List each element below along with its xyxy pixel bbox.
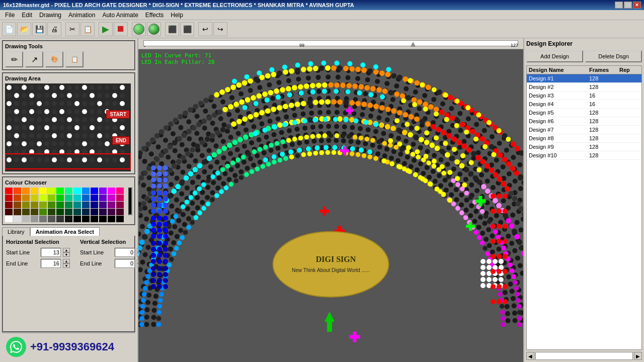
colour-cell[interactable] (48, 188, 55, 194)
colour-cell[interactable] (31, 216, 38, 222)
design-row[interactable]: Design #5 128 (527, 109, 641, 117)
design-row[interactable]: Design #8 128 (527, 134, 641, 143)
minimize-btn[interactable]: _ (615, 2, 623, 9)
print-btn[interactable]: 🖨 (47, 22, 61, 36)
colour-cell[interactable] (39, 209, 47, 215)
design-row[interactable]: Design #6 128 (527, 117, 641, 126)
colour-cell[interactable] (56, 188, 64, 194)
menu-effects[interactable]: Effects (142, 11, 167, 20)
colour-cell[interactable] (39, 195, 47, 201)
menu-auto-animate[interactable]: Auto Animate (99, 11, 141, 20)
colour-cell[interactable] (99, 188, 107, 194)
pencil-tool[interactable]: ✏ (5, 51, 23, 67)
colour-cell[interactable] (31, 195, 38, 201)
colour-cell[interactable] (108, 195, 115, 201)
colour-cell[interactable] (14, 209, 21, 215)
colour-cell[interactable] (99, 195, 107, 201)
colour-cell[interactable] (65, 209, 72, 215)
colour-cell[interactable] (22, 188, 30, 194)
h-start-input[interactable] (41, 248, 61, 257)
tab-animation-area[interactable]: Animation Area Select (30, 227, 100, 236)
ruler-marker[interactable] (411, 42, 416, 47)
play-btn[interactable]: ▶ (99, 22, 113, 36)
colour-cell[interactable] (99, 216, 107, 222)
menu-animation[interactable]: Animation (65, 11, 98, 20)
close-btn[interactable]: ✕ (633, 2, 641, 9)
menu-file[interactable]: File (2, 11, 18, 20)
colour-cell[interactable] (116, 188, 124, 194)
colour-cell[interactable] (73, 202, 81, 208)
colour-cell[interactable] (48, 195, 55, 201)
colour-cell[interactable] (73, 216, 81, 222)
grid-btn[interactable]: ⬛ (180, 22, 194, 36)
delete-design-button[interactable]: Delete Dsgn (585, 50, 642, 62)
colour-cell[interactable] (91, 188, 98, 194)
h-start-down[interactable]: ▼ (63, 252, 70, 257)
colour-cell[interactable] (5, 216, 13, 222)
start-button[interactable]: START (106, 110, 130, 119)
design-row[interactable]: Design #3 16 (527, 92, 641, 100)
colour-cell[interactable] (22, 209, 30, 215)
design-row[interactable]: Design #10 128 (527, 151, 641, 160)
colour-cell[interactable] (48, 202, 55, 208)
colour-cell[interactable] (116, 202, 124, 208)
design-row[interactable]: Design #1 128 (527, 74, 641, 83)
fill-tool[interactable]: 🎨 (45, 51, 63, 67)
menu-drawing[interactable]: Drawing (36, 11, 64, 20)
colour-cell[interactable] (65, 202, 72, 208)
colour-cell[interactable] (22, 195, 30, 201)
colour-cell[interactable] (65, 195, 72, 201)
undo-btn[interactable]: ↩ (198, 22, 212, 36)
colour-cell[interactable] (14, 216, 21, 222)
h-end-up[interactable]: ▲ (63, 259, 70, 263)
colour-cell[interactable] (65, 216, 72, 222)
scroll-right[interactable]: ▶ (634, 352, 642, 360)
menu-help[interactable]: Help (168, 11, 186, 20)
colour-cell[interactable] (56, 195, 64, 201)
colour-cell[interactable] (73, 209, 81, 215)
v-start-input[interactable] (115, 248, 135, 257)
canvas-container[interactable]: LED In Curve Part: 71 LED In Each Pillar… (138, 49, 523, 362)
colour-cell[interactable] (82, 195, 90, 201)
colour-cell[interactable] (48, 216, 55, 222)
tab-library[interactable]: Library (2, 227, 30, 236)
colour-cell[interactable] (73, 188, 81, 194)
h-start-up[interactable]: ▲ (63, 248, 70, 252)
colour-cell[interactable] (22, 202, 30, 208)
scroll-left[interactable]: ◀ (526, 352, 534, 360)
paste-btn[interactable]: 📋 (80, 22, 95, 36)
colour-cell[interactable] (116, 216, 124, 222)
select-btn[interactable]: ⬛ (165, 22, 179, 36)
circle2-btn[interactable] (147, 22, 161, 36)
colour-cell[interactable] (5, 195, 13, 201)
save-btn[interactable]: 💾 (32, 22, 46, 36)
colour-cell[interactable] (108, 188, 115, 194)
end-button[interactable]: END (112, 136, 130, 145)
select-tool[interactable]: 📋 (65, 51, 84, 67)
design-row[interactable]: Design #9 128 (527, 143, 641, 151)
colour-cell[interactable] (73, 195, 81, 201)
add-design-button[interactable]: Add Design (526, 50, 583, 62)
new-btn[interactable]: 📄 (2, 22, 16, 36)
h-end-input[interactable] (41, 259, 61, 268)
colour-cell[interactable] (91, 216, 98, 222)
colour-cell[interactable] (91, 209, 98, 215)
scroll-track[interactable] (535, 352, 633, 360)
colour-cell[interactable] (82, 209, 90, 215)
colour-cell[interactable] (99, 209, 107, 215)
current-colour[interactable] (128, 188, 132, 215)
cut-btn[interactable]: ✂ (65, 22, 79, 36)
open-btn[interactable]: 📂 (17, 22, 31, 36)
colour-cell[interactable] (39, 188, 47, 194)
colour-cell[interactable] (108, 209, 115, 215)
colour-cell[interactable] (91, 202, 98, 208)
colour-cell[interactable] (82, 202, 90, 208)
colour-cell[interactable] (116, 209, 124, 215)
colour-cell[interactable] (31, 209, 38, 215)
colour-cell[interactable] (5, 202, 13, 208)
colour-cell[interactable] (56, 209, 64, 215)
v-end-input[interactable] (115, 259, 135, 268)
arch-canvas[interactable] (138, 49, 523, 362)
colour-cell[interactable] (39, 216, 47, 222)
colour-cell[interactable] (65, 188, 72, 194)
